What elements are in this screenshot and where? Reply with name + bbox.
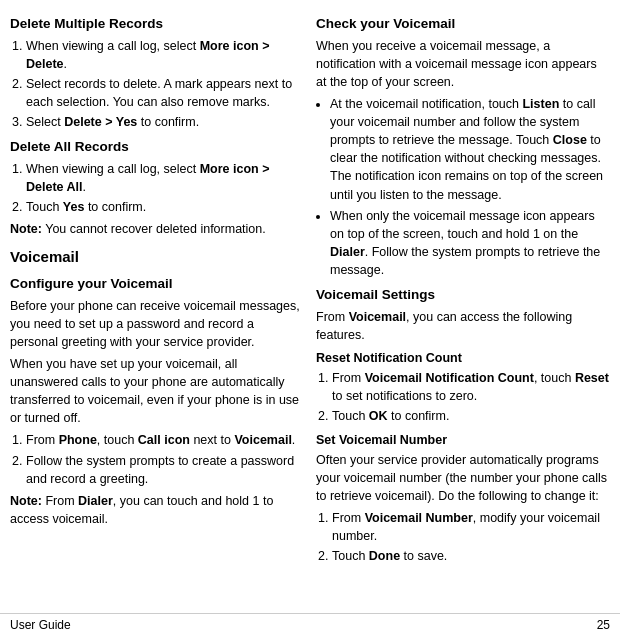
list-item: From Voicemail Number, modify your voice…: [332, 509, 610, 545]
page-container: Delete Multiple Records When viewing a c…: [0, 0, 620, 637]
list-item: From Voicemail Notification Count, touch…: [332, 369, 610, 405]
voicemail-note: Note: From Dialer, you can touch and hol…: [10, 492, 300, 528]
bold-text: Voicemail: [349, 310, 406, 324]
list-item: Select records to delete. A mark appears…: [26, 75, 300, 111]
delete-all-steps: When viewing a call log, select More ico…: [26, 160, 300, 216]
footer-bar: User Guide 25: [0, 613, 620, 637]
voicemail-settings-intro: From Voicemail, you can access the follo…: [316, 308, 610, 344]
bold-text: Done: [369, 549, 400, 563]
bold-text: Close: [553, 133, 587, 147]
configure-para1: Before your phone can receive voicemail …: [10, 297, 300, 351]
set-voicemail-number-steps: From Voicemail Number, modify your voice…: [332, 509, 610, 565]
set-voicemail-number-heading: Set Voicemail Number: [316, 431, 610, 449]
content-area: Delete Multiple Records When viewing a c…: [0, 0, 620, 613]
bold-text: Reset: [575, 371, 609, 385]
check-voicemail-heading: Check your Voicemail: [316, 14, 610, 34]
list-item: At the voicemail notification, touch Lis…: [330, 95, 610, 204]
list-item: When only the voicemail message icon app…: [330, 207, 610, 280]
bold-text: Phone: [59, 433, 97, 447]
bold-text: Dialer: [330, 245, 365, 259]
configure-para2: When you have set up your voicemail, all…: [10, 355, 300, 428]
bold-text: Call icon: [138, 433, 190, 447]
set-voicemail-number-para: Often your service provider automaticall…: [316, 451, 610, 505]
delete-multiple-heading: Delete Multiple Records: [10, 14, 300, 34]
delete-all-heading: Delete All Records: [10, 137, 300, 157]
list-item: Touch Done to save.: [332, 547, 610, 565]
list-item: When viewing a call log, select More ico…: [26, 160, 300, 196]
delete-all-note: Note: You cannot recover deleted informa…: [10, 220, 300, 238]
bold-text: Listen: [522, 97, 559, 111]
voicemail-heading: Voicemail: [10, 246, 300, 268]
right-column: Check your Voicemail When you receive a …: [310, 8, 610, 609]
bold-text: Voicemail: [234, 433, 291, 447]
footer-left: User Guide: [10, 617, 71, 634]
bold-text: OK: [369, 409, 388, 423]
check-voicemail-para: When you receive a voicemail message, a …: [316, 37, 610, 91]
bold-text: Yes: [63, 200, 85, 214]
list-item: When viewing a call log, select More ico…: [26, 37, 300, 73]
delete-multiple-steps: When viewing a call log, select More ico…: [26, 37, 300, 132]
bold-text: Delete > Yes: [64, 115, 137, 129]
configure-voicemail-heading: Configure your Voicemail: [10, 274, 300, 294]
list-item: Follow the system prompts to create a pa…: [26, 452, 300, 488]
reset-notification-heading: Reset Notification Count: [316, 349, 610, 367]
check-voicemail-bullets: At the voicemail notification, touch Lis…: [330, 95, 610, 279]
left-column: Delete Multiple Records When viewing a c…: [10, 8, 310, 609]
bold-text: Voicemail Notification Count: [365, 371, 534, 385]
reset-notification-steps: From Voicemail Notification Count, touch…: [332, 369, 610, 425]
list-item: From Phone, touch Call icon next to Voic…: [26, 431, 300, 449]
list-item: Touch OK to confirm.: [332, 407, 610, 425]
voicemail-settings-heading: Voicemail Settings: [316, 285, 610, 305]
voicemail-steps: From Phone, touch Call icon next to Voic…: [26, 431, 300, 487]
bold-text: More icon > Delete: [26, 39, 270, 71]
list-item: Touch Yes to confirm.: [26, 198, 300, 216]
footer-right: 25: [597, 617, 610, 634]
list-item: Select Delete > Yes to confirm.: [26, 113, 300, 131]
bold-text: More icon > Delete All: [26, 162, 270, 194]
bold-text: Voicemail Number: [365, 511, 473, 525]
